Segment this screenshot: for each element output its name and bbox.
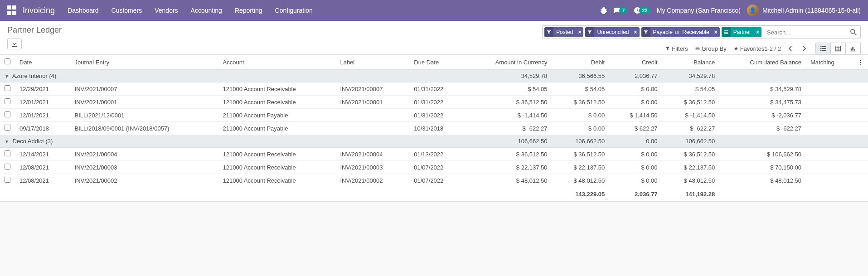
graph-view-button[interactable] (846, 43, 861, 54)
cell-balance: $ -622.27 (662, 122, 720, 135)
pager-prev[interactable] (786, 45, 795, 52)
menu-accounting[interactable]: Accounting (191, 7, 222, 14)
favorites-dropdown[interactable]: Favorites (734, 45, 764, 52)
table-row[interactable]: 09/17/2018BILL/2018/09/0001 (INV/2018/00… (0, 122, 868, 135)
search-facet-3: Partner× (722, 27, 761, 37)
messages-icon[interactable]: 7 (614, 7, 627, 14)
cell-balance: $ 36,512.50 (662, 148, 720, 161)
search-input[interactable] (763, 29, 847, 36)
cell-amount-currency: $ 22,137.50 (465, 161, 552, 174)
col-due-date[interactable]: Due Date (409, 55, 465, 70)
row-checkbox[interactable] (5, 164, 10, 169)
cell-amount-currency: $ 48,012.50 (465, 174, 552, 187)
filters-dropdown[interactable]: Filters (665, 45, 688, 52)
cell-account: 121000 Account Receivable (218, 82, 336, 96)
cell-date: 09/17/2018 (15, 122, 70, 135)
row-checkbox[interactable] (5, 150, 10, 156)
cell-debit: $ 0.00 (552, 122, 610, 135)
select-all-checkbox[interactable] (5, 58, 10, 64)
company-selector[interactable]: My Company (San Francisco) (657, 7, 741, 14)
facet-remove[interactable]: × (576, 29, 583, 35)
group-balance: 34,529.78 (662, 70, 720, 82)
table-row[interactable]: 12/29/2021INV/2021/00007121000 Account R… (0, 82, 868, 96)
app-brand[interactable]: Invoicing (23, 6, 55, 15)
cell-matching (806, 82, 853, 96)
cell-date: 12/08/2021 (15, 161, 70, 174)
row-checkbox[interactable] (5, 85, 10, 91)
cell-account: 211000 Account Payable (218, 109, 336, 122)
groupby-dropdown[interactable]: Group By (695, 45, 727, 52)
apps-icon[interactable] (7, 5, 17, 15)
cell-matching (806, 161, 853, 174)
bug-icon[interactable] (600, 7, 607, 14)
menu-customers[interactable]: Customers (112, 7, 142, 14)
col-cumulated[interactable]: Cumulated Balance (719, 55, 806, 70)
cell-due-date: 01/31/2022 (409, 96, 465, 109)
list-view-button[interactable] (815, 43, 831, 54)
download-button[interactable] (7, 39, 22, 49)
cell-due-date: 01/07/2022 (409, 161, 465, 174)
table-row[interactable]: 12/14/2021INV/2021/00004121000 Account R… (0, 148, 868, 161)
row-checkbox[interactable] (5, 98, 10, 104)
table-row[interactable]: 12/01/2021BILL/2021/12/0001211000 Accoun… (0, 109, 868, 122)
group-debit: 106,662.50 (552, 135, 610, 148)
col-credit[interactable]: Credit (609, 55, 662, 70)
col-account[interactable]: Account (218, 55, 336, 70)
cell-credit: $ 0.00 (609, 82, 662, 96)
col-amount-currency[interactable]: Amount in Currency (465, 55, 552, 70)
pivot-view-button[interactable] (831, 43, 846, 54)
cell-label: INV/2021/00001 (335, 96, 409, 109)
cell-date: 12/29/2021 (15, 82, 70, 96)
row-checkbox[interactable] (5, 111, 10, 117)
facet-remove[interactable]: × (754, 29, 761, 35)
cell-debit: $ 48,012.50 (552, 174, 610, 187)
cell-cumulated: $ 70,150.00 (719, 161, 806, 174)
menu-configuration[interactable]: Configuration (275, 7, 313, 14)
col-debit[interactable]: Debit (552, 55, 610, 70)
search-icon[interactable] (847, 29, 860, 35)
col-balance[interactable]: Balance (662, 55, 720, 70)
cell-debit: $ 36,512.50 (552, 96, 610, 109)
facet-remove[interactable]: × (632, 29, 640, 35)
user-menu[interactable]: 👤 Mitchell Admin (11884065-15-0-all) (747, 5, 861, 16)
facet-label: Partner (731, 29, 754, 35)
col-label[interactable]: Label (335, 55, 409, 70)
col-journal-entry[interactable]: Journal Entry (70, 55, 218, 70)
cell-amount-currency: $ 54.05 (465, 82, 552, 96)
col-date[interactable]: Date (15, 55, 70, 70)
group-amount-currency: 106,662.50 (465, 135, 552, 148)
menu-reporting[interactable]: Reporting (235, 7, 262, 14)
pager-value[interactable]: 1-2 / 2 (764, 45, 781, 52)
col-options[interactable]: ⋮ (853, 55, 868, 70)
table-row[interactable]: 12/08/2021INV/2021/00003121000 Account R… (0, 161, 868, 174)
facet-remove[interactable]: × (712, 29, 720, 35)
pager-next[interactable] (800, 45, 808, 52)
menu-vendors[interactable]: Vendors (155, 7, 178, 14)
row-checkbox[interactable] (5, 177, 10, 183)
menu-dashboard[interactable]: Dashboard (68, 7, 99, 14)
group-credit: 2,036.77 (609, 70, 662, 82)
cell-matching (806, 148, 853, 161)
search-facet-0: Posted× (544, 27, 583, 37)
search-options: Filters Group By Favorites (665, 45, 764, 52)
group-header-row[interactable]: ▼ Azure Interior (4)34,529.7836,566.552,… (0, 70, 868, 82)
activities-icon[interactable]: 22 (634, 7, 650, 14)
cell-due-date: 01/31/2022 (409, 82, 465, 96)
table-row[interactable]: 12/01/2021INV/2021/00001121000 Account R… (0, 96, 868, 109)
facet-icon (544, 27, 553, 37)
group-header-row[interactable]: ▼ Deco Addict (3)106,662.50106,662.500.0… (0, 135, 868, 148)
search-bar: Posted×Unreconciled×Payable or Receivabl… (542, 25, 861, 39)
facet-label: Posted (553, 29, 576, 35)
messages-badge: 7 (619, 7, 627, 14)
cell-amount-currency: $ 36,512.50 (465, 96, 552, 109)
cell-balance: $ 36,512.50 (662, 96, 720, 109)
cell-date: 12/14/2021 (15, 148, 70, 161)
cell-cumulated: $ -2,036.77 (719, 109, 806, 122)
cell-due-date: 01/13/2022 (409, 148, 465, 161)
caret-down-icon: ▼ (5, 74, 9, 79)
col-matching[interactable]: Matching (806, 55, 853, 70)
table-row[interactable]: 12/08/2021INV/2021/00002121000 Account R… (0, 174, 868, 187)
row-checkbox[interactable] (5, 125, 10, 131)
group-title: ▼ Azure Interior (4) (0, 70, 465, 82)
group-credit: 0.00 (609, 135, 662, 148)
